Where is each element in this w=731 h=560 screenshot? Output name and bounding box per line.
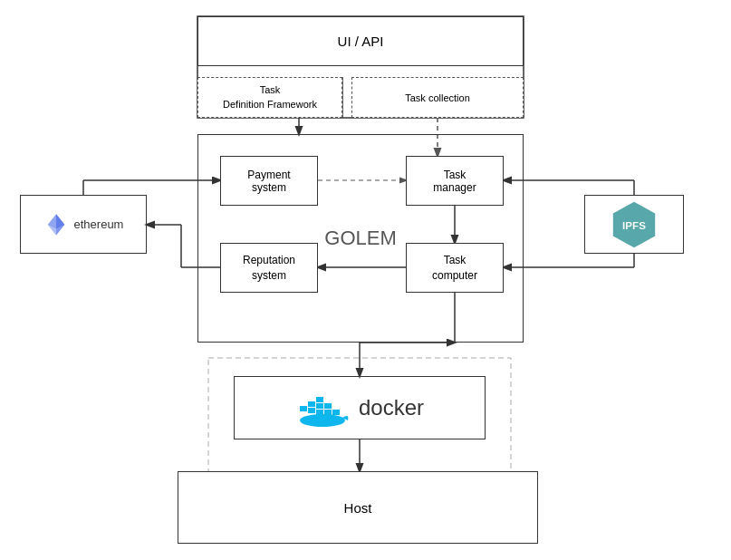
ethereum-icon <box>43 212 69 237</box>
task-computer-box: Taskcomputer <box>406 243 504 293</box>
docker-label: docker <box>359 395 424 420</box>
svg-rect-30 <box>316 397 323 402</box>
host-box: Host <box>178 471 538 544</box>
task-def-box: TaskDefinition Framework <box>197 77 342 118</box>
svg-rect-31 <box>316 403 323 409</box>
task-computer-label: Taskcomputer <box>432 253 477 284</box>
ipfs-icon: IPFS <box>608 198 660 251</box>
ethereum-box: ethereum <box>20 195 147 254</box>
host-label: Host <box>344 500 372 516</box>
payment-box: Paymentsystem <box>220 156 318 206</box>
svg-point-36 <box>300 414 345 427</box>
payment-label: Paymentsystem <box>247 169 290 194</box>
svg-rect-33 <box>324 403 332 409</box>
docker-box: docker <box>234 376 486 439</box>
ipfs-box: IPFS <box>584 195 684 254</box>
svg-rect-27 <box>300 406 307 411</box>
reputation-box: Reputation system <box>220 243 318 293</box>
task-manager-box: Taskmanager <box>406 156 504 206</box>
task-def-label: TaskDefinition Framework <box>223 83 317 111</box>
task-coll-box: Task collection <box>351 77 524 118</box>
svg-text:IPFS: IPFS <box>622 218 646 230</box>
uiapi-box: UI / API <box>197 16 524 66</box>
docker-icon <box>295 388 350 429</box>
task-manager-label: Taskmanager <box>433 169 476 194</box>
reputation-label: Reputation system <box>243 253 295 284</box>
svg-marker-24 <box>56 214 64 228</box>
task-coll-label: Task collection <box>405 92 470 103</box>
svg-rect-28 <box>308 401 315 407</box>
svg-rect-29 <box>308 408 315 413</box>
architecture-diagram: UI / API TaskDefinition Framework Task c… <box>0 0 731 560</box>
svg-rect-35 <box>332 410 340 415</box>
uiapi-label: UI / API <box>338 34 384 49</box>
ethereum-label: ethereum <box>74 217 124 231</box>
